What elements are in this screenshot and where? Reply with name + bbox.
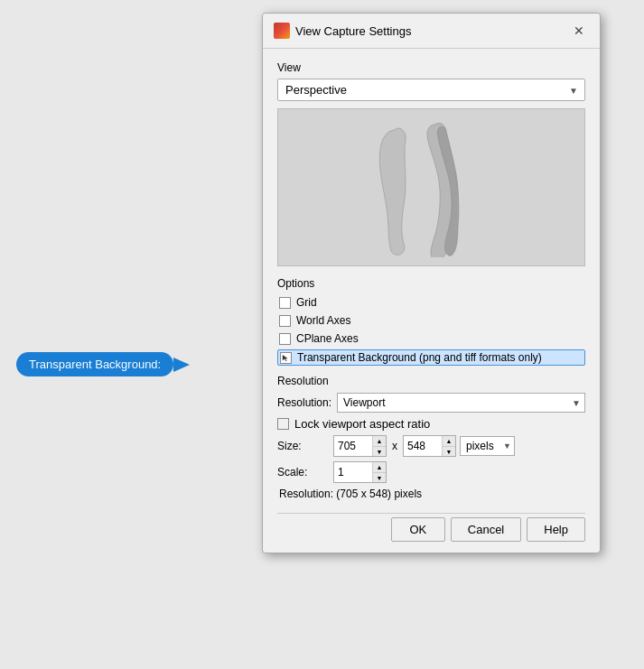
- width-spinbox: 705 ▲ ▼: [333, 435, 387, 457]
- width-input[interactable]: 705: [334, 436, 372, 456]
- callout-arrow: [173, 358, 190, 372]
- resolution-section: Resolution Resolution: Viewport Custom ▼…: [277, 375, 585, 500]
- lock-aspect-label[interactable]: Lock viewport aspect ratio: [294, 417, 430, 431]
- scale-spinbox: 1 ▲ ▼: [333, 461, 387, 483]
- close-button[interactable]: ✕: [569, 21, 589, 41]
- width-down-button[interactable]: ▼: [373, 446, 386, 456]
- pixels-dropdown-wrapper: pixels inches cm mm ▼: [460, 436, 515, 456]
- cplane-axes-label[interactable]: CPlane Axes: [296, 332, 359, 345]
- help-button[interactable]: Help: [527, 517, 585, 542]
- transparent-bg-checkbox[interactable]: [280, 352, 292, 364]
- option-row-transparent-bg: Transparent Background (png and tiff for…: [277, 349, 585, 366]
- width-spin-buttons: ▲ ▼: [372, 436, 386, 456]
- lock-aspect-row: Lock viewport aspect ratio: [277, 417, 585, 431]
- scale-up-button[interactable]: ▲: [373, 462, 386, 472]
- scale-field-label: Scale:: [277, 466, 330, 479]
- world-axes-checkbox[interactable]: [279, 315, 291, 327]
- button-row: OK Cancel Help: [277, 513, 585, 542]
- pixels-dropdown[interactable]: pixels inches cm mm: [460, 436, 515, 456]
- resolution-info-label: Resolution: (705 x 548) pixels: [277, 488, 585, 500]
- scale-row: Scale: 1 ▲ ▼: [277, 461, 585, 483]
- x-separator-label: x: [392, 440, 397, 452]
- scale-input[interactable]: 1: [334, 462, 372, 482]
- view-dropdown-wrapper: Perspective Top Front Right ▼: [277, 79, 585, 101]
- transparent-background-callout: Transparent Background:: [16, 352, 173, 376]
- height-spinbox: 548 ▲ ▼: [403, 435, 456, 457]
- dialog-title: View Capture Settings: [295, 24, 411, 38]
- height-spin-buttons: ▲ ▼: [442, 436, 455, 456]
- option-row-grid: Grid: [277, 295, 585, 310]
- ok-button[interactable]: OK: [391, 517, 445, 542]
- height-up-button[interactable]: ▲: [443, 436, 455, 446]
- scale-down-button[interactable]: ▼: [373, 472, 386, 482]
- view-section-label: View: [277, 61, 585, 74]
- option-row-cplane-axes: CPlane Axes: [277, 331, 585, 346]
- view-dropdown[interactable]: Perspective Top Front Right: [277, 79, 585, 101]
- height-down-button[interactable]: ▼: [443, 446, 455, 456]
- cancel-button[interactable]: Cancel: [451, 517, 521, 542]
- dialog-titlebar: View Capture Settings ✕: [263, 14, 600, 49]
- world-axes-label[interactable]: World Axes: [296, 314, 350, 327]
- options-section-label: Options: [277, 277, 585, 290]
- resolution-dropdown[interactable]: Viewport Custom: [337, 393, 585, 413]
- app-icon: [274, 23, 290, 39]
- svg-marker-0: [283, 354, 288, 361]
- preview-svg: [373, 117, 490, 257]
- callout-label: Transparent Background:: [29, 358, 161, 371]
- width-up-button[interactable]: ▲: [373, 436, 386, 446]
- preview-area: [277, 108, 585, 266]
- height-input[interactable]: 548: [404, 436, 442, 456]
- resolution-type-row: Resolution: Viewport Custom ▼: [277, 393, 585, 413]
- grid-label[interactable]: Grid: [296, 296, 317, 309]
- scale-spin-buttons: ▲ ▼: [372, 462, 386, 482]
- lock-aspect-checkbox[interactable]: [277, 418, 289, 430]
- resolution-section-label: Resolution: [277, 375, 585, 387]
- grid-checkbox[interactable]: [279, 297, 291, 309]
- resolution-dropdown-wrapper: Viewport Custom ▼: [337, 393, 585, 413]
- view-capture-settings-dialog: View Capture Settings ✕ View Perspective…: [262, 13, 601, 553]
- option-row-world-axes: World Axes: [277, 313, 585, 328]
- dialog-body: View Perspective Top Front Right ▼ Optio…: [263, 49, 600, 553]
- size-row: Size: 705 ▲ ▼ x 548 ▲ ▼: [277, 435, 585, 457]
- cursor-in-checkbox-icon: [281, 352, 291, 364]
- transparent-bg-label[interactable]: Transparent Background (png and tiff for…: [297, 351, 542, 364]
- titlebar-left: View Capture Settings: [274, 23, 411, 39]
- size-field-label: Size:: [277, 440, 330, 452]
- cplane-axes-checkbox[interactable]: [279, 333, 291, 345]
- resolution-field-label: Resolution:: [277, 396, 331, 409]
